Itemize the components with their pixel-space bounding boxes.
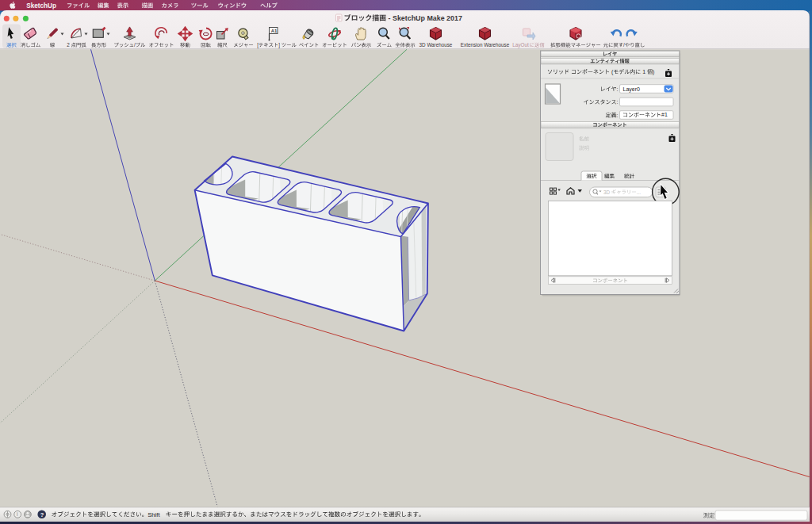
svg-text::: : bbox=[617, 113, 619, 118]
svg-text::: : bbox=[617, 86, 619, 92]
svg-text:2: 2 bbox=[67, 42, 70, 48]
svg-text:LayOut: LayOut bbox=[512, 42, 529, 48]
svg-text:Extension Warehouse: Extension Warehouse bbox=[461, 42, 510, 48]
svg-text:1: 1 bbox=[642, 69, 645, 75]
svg-text:3D Warehouse: 3D Warehouse bbox=[419, 42, 453, 48]
svg-text:?: ? bbox=[40, 511, 44, 518]
svg-text:[: [ bbox=[257, 42, 259, 48]
svg-text:i: i bbox=[17, 511, 17, 517]
svg-text:Shift: Shift bbox=[147, 511, 160, 518]
svg-text:...: ... bbox=[637, 189, 642, 195]
svg-text:- SketchUp Make 2017: - SketchUp Make 2017 bbox=[389, 14, 462, 22]
svg-text::: : bbox=[617, 99, 619, 105]
svg-text:SketchUp: SketchUp bbox=[26, 2, 56, 10]
svg-text:/: / bbox=[134, 42, 136, 48]
svg-text:A1: A1 bbox=[271, 29, 278, 33]
svg-text:Layer0: Layer0 bbox=[623, 86, 641, 93]
svg-text:/: / bbox=[623, 42, 625, 48]
svg-text:#1: #1 bbox=[661, 112, 668, 117]
svg-text:): ) bbox=[653, 69, 654, 75]
svg-text:3D: 3D bbox=[603, 189, 611, 195]
svg-text:]: ] bbox=[278, 42, 280, 48]
